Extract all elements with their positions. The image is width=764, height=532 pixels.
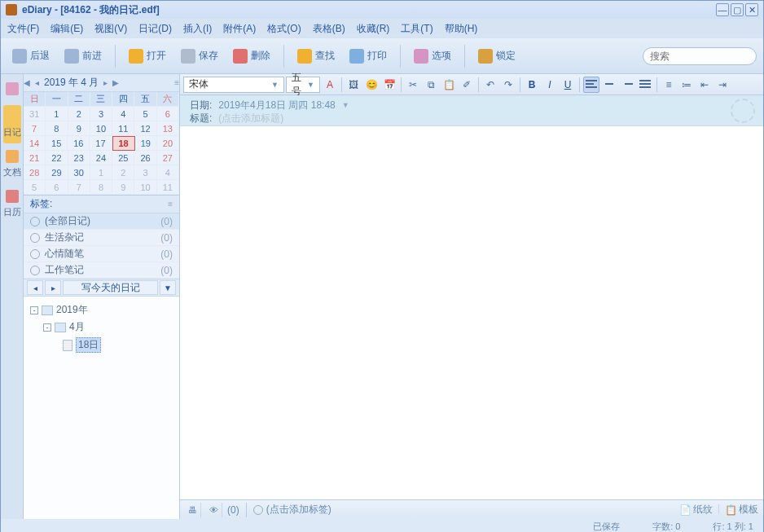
cal-day[interactable]: 1 [90,165,112,180]
close-button[interactable]: ✕ [745,3,758,16]
cal-day[interactable]: 25 [112,151,134,165]
cal-day[interactable]: 19 [135,136,157,151]
entry-menu-button[interactable]: ▼ [160,280,176,295]
cal-day[interactable]: 11 [157,180,179,195]
tab-documents[interactable]: 文档 [3,145,21,183]
write-today-button[interactable]: 写今天的日记 [63,280,158,295]
tag-item[interactable]: 生活杂记(0) [24,230,179,246]
insert-emoji-icon[interactable]: 😊 [363,77,380,93]
font-color-button[interactable]: A [322,77,338,93]
cal-next-year[interactable]: ▶ [112,78,119,87]
cal-day[interactable]: 13 [157,121,179,136]
font-size-combo[interactable]: 五号▼ [286,77,320,93]
underline-button[interactable]: U [560,77,576,93]
delete-button[interactable]: 删除 [228,46,275,67]
title-placeholder[interactable]: (点击添加标题) [218,112,283,125]
menu-item[interactable]: 视图(V) [94,22,127,36]
outdent-button[interactable]: ⇤ [696,77,713,93]
cal-day[interactable]: 1 [46,107,68,121]
copy-icon[interactable]: ⧉ [423,77,439,93]
cal-day[interactable]: 8 [46,121,68,136]
tags-menu-icon[interactable]: ≡ [168,200,173,209]
cal-day[interactable]: 6 [157,107,179,121]
cal-day[interactable]: 6 [46,180,68,195]
cal-day[interactable]: 16 [68,136,90,151]
cal-day[interactable]: 29 [46,165,68,180]
open-button[interactable]: 打开 [124,46,171,67]
undo-icon[interactable]: ↶ [482,77,498,93]
print-status-icon[interactable]: 🖶 [185,503,201,517]
align-right-button[interactable] [619,77,635,93]
save-button[interactable]: 保存 [176,46,223,67]
editor-body[interactable] [180,126,763,499]
font-combo[interactable]: 宋体▼ [183,77,284,93]
tag-item[interactable]: 心情随笔(0) [24,246,179,262]
bold-button[interactable]: B [524,77,540,93]
italic-button[interactable]: I [542,77,558,93]
cal-day[interactable]: 24 [90,151,112,165]
cal-day[interactable]: 5 [24,180,46,195]
paper-texture-button[interactable]: 📄纸纹 [679,503,713,517]
menu-item[interactable]: 插入(I) [183,22,212,36]
cal-day[interactable]: 21 [24,151,46,165]
minimize-button[interactable]: — [716,3,729,16]
template-button[interactable]: 📋模板 [725,503,758,517]
cal-day[interactable]: 20 [157,136,179,151]
cal-prev-year[interactable]: ◀ [24,78,30,87]
align-justify-button[interactable] [637,77,653,93]
tree-year[interactable]: -2019年 [30,301,173,319]
lock-button[interactable]: 锁定 [473,46,520,67]
cal-day[interactable]: 2 [112,165,134,180]
cal-day[interactable]: 26 [134,151,156,165]
cal-day[interactable]: 12 [134,121,156,136]
insert-image-icon[interactable]: 🖼 [345,77,362,93]
next-entry-button[interactable]: ▸ [45,280,61,295]
insert-date-icon[interactable]: 📅 [381,77,397,93]
cal-day[interactable]: 8 [90,180,112,195]
bullet-list-button[interactable]: ≡ [661,77,677,93]
tag-item[interactable]: (全部日记)(0) [24,213,179,230]
options-button[interactable]: 选项 [409,46,456,67]
cal-day[interactable]: 4 [157,165,179,180]
find-button[interactable]: 查找 [292,46,340,67]
maximize-button[interactable]: ▢ [731,3,744,16]
cal-day[interactable]: 17 [90,136,112,151]
number-list-button[interactable]: ≔ [678,77,695,93]
cal-day[interactable]: 3 [90,107,112,121]
menu-item[interactable]: 文件(F) [7,22,39,36]
cal-day[interactable]: 23 [68,151,90,165]
redo-icon[interactable]: ↷ [500,77,516,93]
align-left-button[interactable] [583,77,599,93]
cal-next-month[interactable]: ▸ [103,78,108,87]
cal-day[interactable]: 2 [68,107,90,121]
print-button[interactable]: 打印 [345,46,392,67]
attach-status-icon[interactable]: 👁 [206,503,222,517]
date-value[interactable]: 2019年4月18日 周四 18:48 [218,99,335,112]
indent-button[interactable]: ⇥ [714,77,731,93]
cal-day[interactable]: 4 [112,107,134,121]
prev-entry-button[interactable]: ◂ [27,280,43,295]
cal-day[interactable]: 30 [68,165,90,180]
forward-button[interactable]: 前进 [59,46,107,67]
tab-diary[interactable]: 日记 [3,105,21,143]
cal-day[interactable]: 31 [24,107,46,121]
search-box[interactable]: 🔍 [643,47,757,65]
tag-item[interactable]: 工作笔记(0) [24,262,179,279]
cal-day[interactable]: 14 [24,136,46,151]
menu-item[interactable]: 日记(D) [138,22,172,36]
search-input[interactable] [650,51,764,62]
cal-day[interactable]: 10 [90,121,112,136]
cal-day[interactable]: 7 [24,121,46,136]
cal-prev-month[interactable]: ◂ [35,78,39,87]
tab-calendar[interactable]: 日历 [3,185,21,223]
back-button[interactable]: 后退 [7,46,55,67]
tree-day[interactable]: 18日 [30,336,173,354]
cal-menu-icon[interactable]: ≡ [174,78,179,87]
menu-item[interactable]: 格式(O) [267,22,301,36]
stamp-icon[interactable] [731,99,755,123]
menu-item[interactable]: 工具(T) [401,22,432,36]
menu-item[interactable]: 编辑(E) [50,22,83,36]
cal-day[interactable]: 9 [68,121,90,136]
menu-item[interactable]: 收藏(R) [357,22,390,36]
menu-item[interactable]: 帮助(H) [445,22,478,36]
